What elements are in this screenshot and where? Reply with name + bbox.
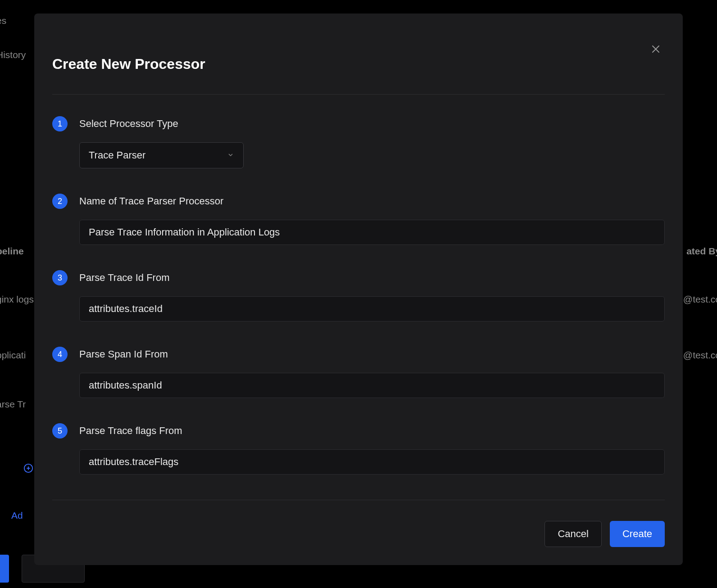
- step-label: Parse Trace Id From: [79, 272, 170, 284]
- step-number: 1: [52, 116, 68, 131]
- close-button[interactable]: [647, 41, 665, 59]
- step-trace-id: 3 Parse Trace Id From: [52, 270, 665, 321]
- step-processor-name: 2 Name of Trace Parser Processor: [52, 194, 665, 245]
- step-trace-flags: 5 Parse Trace flags From: [52, 423, 665, 475]
- step-label: Select Processor Type: [79, 118, 178, 130]
- span-id-input[interactable]: [79, 373, 665, 398]
- select-value: Trace Parser: [89, 149, 145, 161]
- trace-id-input[interactable]: [79, 296, 665, 321]
- chevron-down-icon: [227, 149, 234, 161]
- step-number: 4: [52, 347, 68, 362]
- step-label: Name of Trace Parser Processor: [79, 195, 223, 207]
- modal-title: Create New Processor: [52, 56, 665, 72]
- divider: [52, 94, 665, 95]
- create-button[interactable]: Create: [610, 521, 665, 547]
- step-processor-type: 1 Select Processor Type Trace Parser: [52, 116, 665, 168]
- step-label: Parse Span Id From: [79, 348, 168, 360]
- cancel-button[interactable]: Cancel: [545, 521, 601, 547]
- step-label: Parse Trace flags From: [79, 425, 182, 437]
- trace-flags-input[interactable]: [79, 449, 665, 475]
- step-number: 5: [52, 423, 68, 439]
- processor-type-select[interactable]: Trace Parser: [79, 142, 244, 168]
- create-processor-modal: Create New Processor 1 Select Processor …: [34, 14, 683, 565]
- step-number: 2: [52, 194, 68, 209]
- step-span-id: 4 Parse Span Id From: [52, 347, 665, 398]
- modal-overlay: Create New Processor 1 Select Processor …: [0, 0, 717, 588]
- close-icon: [650, 44, 661, 56]
- modal-footer: Cancel Create: [52, 500, 665, 547]
- step-number: 3: [52, 270, 68, 285]
- processor-name-input[interactable]: [79, 220, 665, 245]
